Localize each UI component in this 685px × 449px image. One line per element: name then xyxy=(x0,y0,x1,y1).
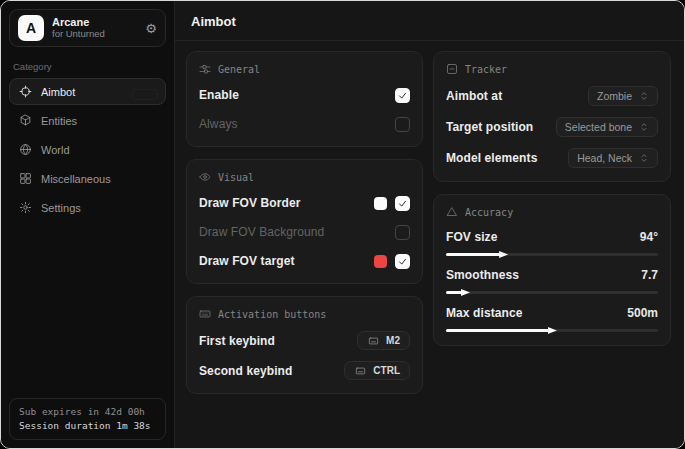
setting-label: Second keybind xyxy=(199,364,292,378)
setting-row-fov-border: Draw FOV Border xyxy=(199,194,410,212)
setting-row-fov-background: Draw FOV Background xyxy=(199,223,410,241)
sidebar-item-settings[interactable]: Settings xyxy=(9,194,166,221)
setting-label: Max distance xyxy=(446,306,523,320)
setting-row-aimbot-at: Aimbot at Zombie xyxy=(446,86,658,106)
general-card: General Enable Always xyxy=(186,51,423,147)
color-swatch[interactable] xyxy=(374,197,387,210)
setting-label: FOV size xyxy=(446,230,497,244)
keybind-hint-badge xyxy=(132,89,158,100)
setting-label: Draw FOV Background xyxy=(199,225,324,239)
brand-card: A Arcane for Unturned ⚙ xyxy=(9,9,166,47)
aimbot-at-select[interactable]: Zombie xyxy=(588,86,658,106)
app-logo: A xyxy=(18,15,44,41)
model-elements-select[interactable]: Head, Neck xyxy=(568,148,658,168)
color-swatch[interactable] xyxy=(374,255,387,268)
check-icon xyxy=(398,91,407,100)
setting-label: Draw FOV Border xyxy=(199,196,301,210)
slider-thumb[interactable] xyxy=(461,288,470,297)
setting-label: Aimbot at xyxy=(446,89,502,103)
globe-icon xyxy=(19,143,32,156)
gear-icon[interactable]: ⚙ xyxy=(145,22,157,35)
setting-row-always: Always xyxy=(199,115,410,133)
check-icon xyxy=(398,257,407,266)
smoothness-value: 7.7 xyxy=(641,268,658,282)
triangle-icon xyxy=(446,206,458,218)
sidebar-item-world[interactable]: World xyxy=(9,136,166,163)
app-subtitle: for Unturned xyxy=(52,29,137,40)
sub-expiry-text: Sub expires in 42d 00h xyxy=(19,405,156,419)
eye-icon xyxy=(199,171,211,183)
chevrons-up-down-icon xyxy=(639,91,649,101)
check-icon xyxy=(398,199,407,208)
fov-border-checkbox[interactable] xyxy=(395,196,410,211)
visual-section-title: Visual xyxy=(199,171,410,183)
second-keybind-button[interactable]: CTRL xyxy=(344,361,410,380)
setting-row-enable: Enable xyxy=(199,86,410,104)
fov-size-value: 94° xyxy=(640,230,658,244)
accuracy-section-title: Accuracy xyxy=(446,206,658,218)
sidebar-item-miscellaneous[interactable]: Miscellaneous xyxy=(9,165,166,192)
crosshair-icon xyxy=(19,85,32,98)
tracker-card: Tracker Aimbot at Zombie Target position… xyxy=(433,51,671,182)
tracker-section-title: Tracker xyxy=(446,63,658,75)
smoothness-slider[interactable] xyxy=(446,291,658,294)
slider-thumb[interactable] xyxy=(499,250,508,259)
max-distance-setting: Max distance 500m xyxy=(446,306,658,332)
fov-target-checkbox[interactable] xyxy=(395,254,410,269)
grid-icon xyxy=(19,172,32,185)
first-keybind-button[interactable]: M2 xyxy=(357,331,410,350)
setting-label: Target position xyxy=(446,120,533,134)
setting-label: Enable xyxy=(199,88,239,102)
sliders-icon xyxy=(199,63,211,75)
setting-row-model-elements: Model elements Head, Neck xyxy=(446,148,658,168)
max-distance-value: 500m xyxy=(627,306,658,320)
chevrons-up-down-icon xyxy=(639,153,649,163)
setting-label: Draw FOV target xyxy=(199,254,295,268)
chevrons-up-down-icon xyxy=(639,122,649,132)
general-section-title: General xyxy=(199,63,410,75)
sidebar: A Arcane for Unturned ⚙ Category Aimbot … xyxy=(1,1,175,448)
app-window: A Arcane for Unturned ⚙ Category Aimbot … xyxy=(0,0,685,449)
max-distance-slider[interactable] xyxy=(446,329,658,332)
setting-row-second-keybind: Second keybind CTRL xyxy=(199,361,410,380)
activation-card: Activation buttons First keybind M2 Seco… xyxy=(186,296,423,394)
page-title: Aimbot xyxy=(191,14,669,29)
category-label: Category xyxy=(13,61,166,72)
entities-icon xyxy=(19,114,32,127)
fov-background-checkbox[interactable] xyxy=(395,225,410,240)
fov-size-slider[interactable] xyxy=(446,253,658,256)
slider-thumb[interactable] xyxy=(548,326,557,335)
keyboard-icon xyxy=(354,366,367,376)
brand-text: Arcane for Unturned xyxy=(52,16,137,40)
setting-label: Always xyxy=(199,117,238,131)
sidebar-item-label: World xyxy=(41,144,70,156)
focus-frame-icon xyxy=(446,63,458,75)
activation-section-title: Activation buttons xyxy=(199,308,410,320)
app-title: Arcane xyxy=(52,16,137,29)
sidebar-item-label: Aimbot xyxy=(41,86,75,98)
main-header: Aimbot xyxy=(175,1,685,41)
session-duration-text: Session duration 1m 38s xyxy=(19,419,156,433)
setting-label: First keybind xyxy=(199,334,275,348)
setting-label: Smoothness xyxy=(446,268,519,282)
target-position-select[interactable]: Selected bone xyxy=(556,117,658,137)
visual-card: Visual Draw FOV Border Draw FOV Backgrou… xyxy=(186,159,423,284)
subscription-status-box: Sub expires in 42d 00h Session duration … xyxy=(9,398,166,441)
always-checkbox[interactable] xyxy=(395,117,410,132)
setting-row-first-keybind: First keybind M2 xyxy=(199,331,410,350)
keyboard-icon xyxy=(367,336,380,346)
sidebar-item-label: Settings xyxy=(41,202,81,214)
sidebar-item-entities[interactable]: Entities xyxy=(9,107,166,134)
smoothness-setting: Smoothness 7.7 xyxy=(446,268,658,294)
sidebar-item-aimbot[interactable]: Aimbot xyxy=(9,78,166,105)
keyboard-icon xyxy=(199,308,211,320)
sidebar-item-label: Entities xyxy=(41,115,77,127)
sidebar-item-label: Miscellaneous xyxy=(41,173,111,185)
setting-row-fov-target: Draw FOV target xyxy=(199,252,410,270)
setting-row-target-position: Target position Selected bone xyxy=(446,117,658,137)
setting-label: Model elements xyxy=(446,151,537,165)
settings-gear-icon xyxy=(19,201,32,214)
fov-size-setting: FOV size 94° xyxy=(446,230,658,256)
main-panel: Aimbot General Enable Always xyxy=(175,1,685,448)
enable-checkbox[interactable] xyxy=(395,88,410,103)
